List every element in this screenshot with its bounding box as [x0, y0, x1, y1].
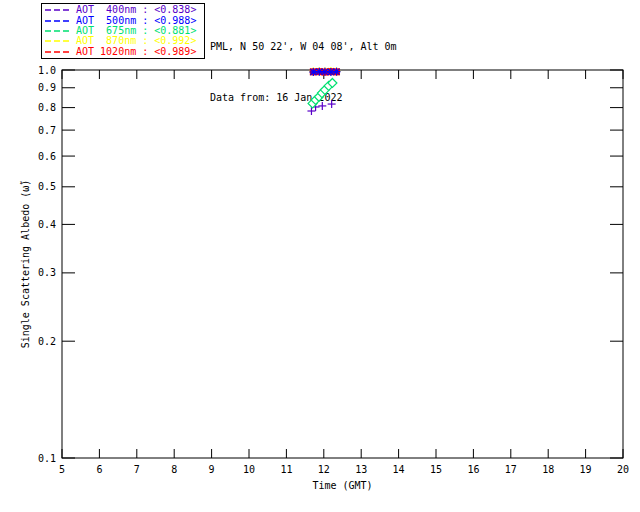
- legend-entry-aot-1020: AOT 1020nm : <0.989>: [45, 47, 204, 57]
- legend-label: AOT 400nm : <0.838>: [76, 5, 196, 15]
- y-tick-label: 0.6: [38, 151, 56, 162]
- ssa-chart: 5678910111213141516171819201.00.90.80.70…: [0, 0, 640, 512]
- x-tick-label: 11: [280, 464, 292, 475]
- legend-line-sample-aot-500: [45, 19, 71, 23]
- x-tick-label: 7: [134, 464, 140, 475]
- data-point-marker: [307, 107, 315, 115]
- data-point-marker: [333, 68, 341, 76]
- legend-label: AOT 1020nm : <0.989>: [76, 47, 196, 57]
- x-tick-label: 9: [209, 464, 215, 475]
- legend-entry-aot-870: AOT 870nm : <0.992>: [45, 36, 204, 46]
- x-tick-label: 20: [617, 464, 629, 475]
- y-tick-label: 0.5: [38, 181, 56, 192]
- x-tick-label: 6: [96, 464, 102, 475]
- x-tick-label: 18: [542, 464, 554, 475]
- y-axis-title: Single Scattering Albedo (ω̃): [20, 180, 31, 349]
- y-tick-label: 0.4: [38, 219, 56, 230]
- x-tick-label: 14: [393, 464, 405, 475]
- y-tick-label: 0.8: [38, 102, 56, 113]
- x-tick-label: 10: [243, 464, 255, 475]
- legend-box: AOT 400nm : <0.838>AOT 500nm : <0.988>AO…: [41, 3, 205, 59]
- y-tick-label: 0.9: [38, 82, 56, 93]
- legend-line-sample-aot-675: [45, 29, 71, 33]
- x-tick-label: 5: [59, 464, 65, 475]
- legend-entry-aot-400: AOT 400nm : <0.838>: [45, 5, 204, 15]
- x-tick-label: 15: [430, 464, 442, 475]
- legend-line-sample-aot-870: [45, 39, 71, 43]
- x-axis-title: Time (GMT): [312, 480, 372, 491]
- y-tick-label: 0.2: [38, 336, 56, 347]
- data-point-marker: [318, 102, 326, 110]
- data-point-marker: [328, 100, 336, 108]
- legend-label: AOT 870nm : <0.992>: [76, 36, 196, 46]
- x-tick-label: 8: [171, 464, 177, 475]
- plot-canvas: AOT 400nm : <0.838>AOT 500nm : <0.988>AO…: [0, 0, 640, 512]
- x-tick-label: 19: [580, 464, 592, 475]
- y-tick-label: 1.0: [38, 65, 56, 76]
- x-tick-label: 13: [355, 464, 367, 475]
- x-tick-label: 16: [467, 464, 479, 475]
- x-tick-label: 12: [318, 464, 330, 475]
- axes-box: [62, 70, 623, 458]
- y-tick-label: 0.1: [38, 453, 56, 464]
- y-tick-label: 0.7: [38, 125, 56, 136]
- x-tick-label: 17: [505, 464, 517, 475]
- y-tick-label: 0.3: [38, 267, 56, 278]
- legend-line-sample-aot-1020: [45, 50, 71, 54]
- legend-line-sample-aot-400: [45, 8, 71, 12]
